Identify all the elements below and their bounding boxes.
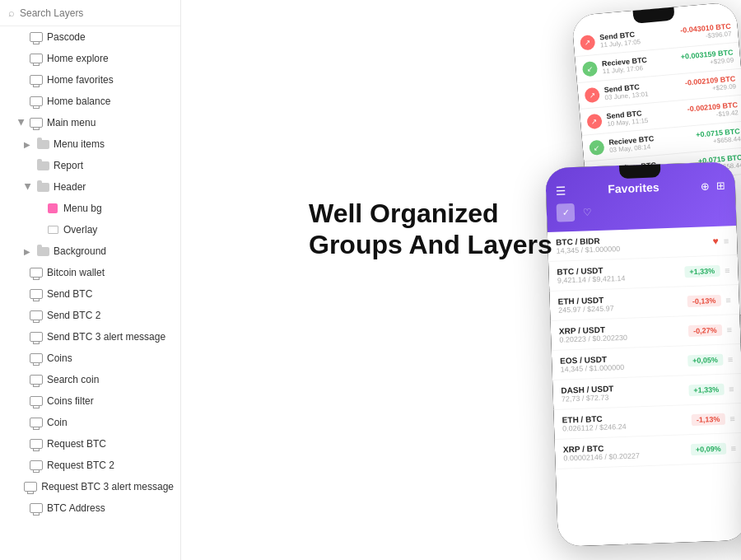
pair-info: ETH / USDT 245.97 / $245.97 [558,292,688,314]
price-change-badge: +1,33% [684,264,720,277]
pair-info: EOS / USDT 14,345 / $1.000000 [560,352,687,373]
color-swatch-icon [46,202,59,215]
chevron-icon: ▶ [24,140,32,149]
layer-item-request-btc-2[interactable]: Request BTC 2 [0,455,180,476]
folder-icon [36,180,49,194]
layer-label: Bitcoin wallet [47,267,105,278]
search-input[interactable] [20,7,172,19]
favorite-heart-icon: ♥ [712,235,719,246]
layer-item-bitcoin-wallet[interactable]: Bitcoin wallet [0,262,180,283]
price-change-badge: -1,13% [692,413,725,425]
search-bar[interactable]: ⌕ [0,0,180,26]
layer-label: Request BTC [47,438,106,450]
layer-label: Menu bg [63,203,102,214]
page-title: Well Organized Groups And Layers [309,198,552,261]
screen-icon [30,116,43,129]
layer-item-btc-address[interactable]: BTC Address [0,497,180,519]
more-options-icon: ≡ [729,384,734,394]
pair-info: DASH / USDT 72,73 / $72.73 [561,381,688,403]
layer-label: Pascode [47,31,86,43]
layer-label: Send BTC [47,288,92,300]
screen-icon [30,502,43,515]
layer-label: Main menu [47,117,96,128]
layer-item-home-favorites[interactable]: Home favorites [0,69,180,91]
layer-label: BTC Address [47,502,105,514]
heart-tab-icon: ♡ [583,206,592,217]
layer-item-main-menu[interactable]: ▶Main menu [0,112,180,133]
more-options-icon: ≡ [728,354,734,364]
layer-label: Search coin [47,374,99,385]
fav-title: Favorites [608,180,659,195]
pair-info: XRP / USDT 0.20223 / $0.202230 [559,322,689,343]
layer-item-report[interactable]: Report [0,155,180,176]
screen-icon [30,373,43,386]
price-change-badge: +1,33% [688,383,724,395]
layer-item-send-btc[interactable]: Send BTC [0,283,180,305]
screen-icon [30,287,43,301]
layer-label: Overlay [63,224,97,236]
search-fav-icon: ⊕ [701,180,711,192]
layer-item-menu-bg[interactable]: Menu bg [0,198,180,219]
layer-item-coins-filter[interactable]: Coins filter [0,390,180,412]
layer-item-send-btc-3[interactable]: Send BTC 3 alert message [0,326,180,348]
txn-direction-icon: ↗ [580,35,596,51]
layer-item-coins[interactable]: Coins [0,348,180,369]
layers-sidebar: ⌕ PascodeHome exploreHome favoritesHome … [0,0,181,560]
folder-icon [36,245,49,258]
layer-label: Request BTC 2 [47,460,114,471]
txn-info: Recieve BTC 11 July, 17:06 [602,54,678,76]
layer-item-request-btc[interactable]: Request BTC [0,433,180,455]
more-options-icon: ≡ [725,295,731,305]
pair-info: BTC / BIDR 14,345 / $1.000000 [556,232,713,255]
screen-icon [30,266,43,279]
search-icon: ⌕ [8,7,15,19]
txn-info: Send BTC 11 July, 17:05 [599,27,677,49]
txn-info: Send BTC 03 June, 13:01 [604,79,681,101]
favorites-item: XRP / BTC 0.00002146 / $0.20227 +0,09% ≡ [555,433,741,469]
fav-action-icons: ⊕ ⊞ [701,179,726,192]
layer-item-coin[interactable]: Coin [0,412,180,433]
layer-label: Header [54,181,86,193]
more-options-icon: ≡ [724,236,729,245]
phone-notch-2 [619,164,661,179]
txn-direction-icon: ↗ [585,86,601,103]
layer-item-send-btc-2[interactable]: Send BTC 2 [0,305,180,326]
layer-list: PascodeHome exploreHome favoritesHome ba… [0,26,180,519]
tab-checkmark: ✓ [557,203,576,222]
more-options-icon: ≡ [729,413,735,423]
txn-info: Recieve BTC 03 May, 08:14 [608,131,692,154]
layer-label: Menu items [54,138,105,150]
layer-label: Coins filter [47,395,94,407]
hamburger-icon: ☰ [556,184,567,197]
price-change-badge: +0,09% [691,442,726,455]
pair-info: BTC / USDT 9,421.14 / $9,421.14 [557,263,684,284]
layer-item-header[interactable]: ▶Header [0,176,180,198]
txn-amount: +0.003159 BTC +$29.09 [680,48,734,68]
layer-item-overlay[interactable]: Overlay [0,219,180,240]
screen-icon [30,394,43,408]
layer-label: Home explore [47,53,109,64]
layer-item-request-btc-3[interactable]: Request BTC 3 alert message [0,476,180,497]
layer-item-background[interactable]: ▶Background [0,240,180,262]
folder-icon [36,159,49,172]
layer-item-search-coin[interactable]: Search coin [0,369,180,390]
check-icon: ✓ [562,208,569,218]
layer-item-home-balance[interactable]: Home balance [0,91,180,112]
txn-amount: -0.002109 BTC +$29.09 [684,74,736,94]
screen-icon [30,95,43,108]
layer-label: Request BTC 3 alert message [41,481,174,492]
screen-icon [30,416,43,429]
layer-item-home-explore[interactable]: Home explore [0,48,180,69]
pair-info: ETH / BTC 0.026112 / $246.24 [562,411,692,432]
txn-direction-icon: ↙ [582,60,599,77]
price-change-badge: +0,05% [687,353,723,366]
screen-icon [30,52,43,65]
txn-direction-icon: ↗ [586,113,603,129]
favorites-list: BTC / BIDR 14,345 / $1.000000 ♥ ≡ BTC / … [548,226,741,469]
txn-amount: +0.0715 BTC +$658.44 [696,127,741,147]
layer-item-menu-items[interactable]: ▶Menu items [0,133,180,155]
txn-info: Send BTC 10 May, 11:15 [606,105,683,128]
layer-label: Home favorites [47,74,114,86]
screen-icon [24,480,37,493]
layer-item-pascode[interactable]: Pascode [0,26,180,48]
